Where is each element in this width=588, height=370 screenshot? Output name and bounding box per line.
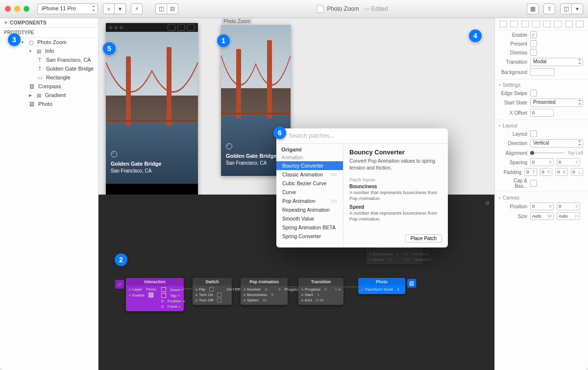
transition-select[interactable]: Modal [530, 58, 583, 66]
zoom-icon[interactable] [24, 6, 29, 12]
pad-l-input[interactable]: 0L [571, 168, 583, 176]
layer-row-info[interactable]: ▼▤Info [0, 47, 98, 55]
image-icon: 🖼 [28, 101, 35, 107]
add-dropdown[interactable]: ▾ [114, 3, 126, 14]
record-icon[interactable] [177, 24, 185, 31]
alignment-tools[interactable] [495, 18, 588, 30]
insp-layout-header[interactable]: Layout [503, 123, 517, 128]
patch-item[interactable]: Repeating Animation [276, 205, 343, 214]
alignment-slider[interactable] [530, 149, 564, 156]
patch-pop-animation[interactable]: Pop Animation Number 0 Bounciness 5 Spee… [241, 278, 288, 305]
patch-transition[interactable]: Transition Progress 0 Start 1 End 0.38 1 [298, 278, 343, 305]
patch-item[interactable]: Smooth Value [276, 214, 343, 223]
view-mode-button[interactable]: ◫ [560, 3, 572, 14]
patch-item[interactable]: Bouncy Converter [276, 161, 343, 170]
insp-position-label: Position [500, 204, 527, 209]
window-traffic-lights[interactable] [5, 6, 29, 12]
panel-bottom-toggle[interactable]: ⊟ [167, 3, 178, 14]
patch-subgroup-animation: Animation [276, 153, 343, 161]
distribute-h-icon[interactable] [565, 21, 573, 27]
insp-padding-label: Padding [500, 170, 521, 175]
align-right-icon[interactable] [521, 21, 529, 27]
patch-group-origami[interactable]: Origami [276, 144, 343, 153]
layer-row-gradient[interactable]: ▶▤Gradient [0, 91, 98, 99]
inspector-panel: Enable✓ Present◦ Dismiss◦ TransitionModa… [494, 18, 588, 370]
pos-y-input[interactable]: 0Y [557, 202, 580, 210]
insp-settings-header[interactable]: Settings [503, 82, 520, 88]
layer-row-compass[interactable]: 🖼Compass [0, 82, 98, 91]
document-icon [317, 5, 324, 13]
layer-row-rect[interactable]: ▭Rectangle [0, 73, 98, 82]
pad-t-input[interactable]: 0T [524, 168, 537, 176]
share-button[interactable]: ⇪ [543, 3, 555, 14]
align-top-icon[interactable] [532, 21, 540, 27]
patch-switch[interactable]: Switch Flip Turn On Turn Off On / Off [193, 278, 232, 305]
align-left-icon[interactable] [499, 21, 507, 27]
size-h-input[interactable]: AutoH [557, 212, 580, 220]
checkmark-icon [111, 151, 117, 157]
insp-capbas-label: Cap & Bas... [500, 178, 527, 189]
grid-view-button[interactable]: ▦ [527, 3, 539, 14]
artboard-icon: ▢ [27, 39, 34, 45]
size-w-input[interactable]: AutoW [530, 212, 554, 220]
xoffset-input[interactable]: 0 [530, 109, 554, 117]
patch-category-list[interactable]: Origami Animation Bouncy ConverterClassi… [276, 144, 343, 247]
device-preview[interactable]: Golden Gate BridgeSan Francisco, CA Gold… [106, 23, 198, 195]
insp-transition-label: Transition [500, 59, 527, 65]
distribute-v-icon[interactable] [576, 21, 584, 27]
insp-startstate-label: Start State [500, 100, 527, 105]
components-header[interactable]: ▼COMPONENTS [0, 18, 98, 27]
align-vcenter-icon[interactable] [543, 21, 551, 27]
search-icon[interactable]: ⌕ [486, 198, 490, 206]
device-selector[interactable]: iPhone 11 Pro [37, 3, 98, 14]
callout-badge-4: 4 [469, 29, 482, 42]
patch-item[interactable]: Spring Converter [276, 232, 343, 241]
pad-r-input[interactable]: 0R [540, 168, 552, 176]
callout-badge-3: 3 [8, 33, 21, 46]
artboard-label[interactable]: Photo Zoom [221, 18, 252, 25]
startstate-select[interactable]: Presented [530, 99, 583, 107]
insp-dismiss-label: Dismiss [500, 50, 527, 55]
interaction-icon: ☞ [115, 280, 124, 289]
align-hcenter-icon[interactable] [510, 21, 518, 27]
patch-item[interactable]: Classic Animation⌥C [276, 170, 343, 179]
place-patch-button[interactable]: Place Patch [405, 234, 442, 243]
lightning-button[interactable]: ⚡︎ [131, 3, 143, 14]
pad-b-input[interactable]: 0B [555, 168, 567, 176]
direction-select[interactable]: Vertical [530, 139, 583, 148]
panel-left-toggle[interactable]: ◫ [155, 3, 167, 14]
edgeswipe-checkbox[interactable] [530, 90, 537, 97]
patch-detail-desc: Convert Pop Animation values to spring t… [349, 158, 442, 171]
patch-search-input[interactable] [288, 132, 443, 140]
spacing-y-input[interactable]: 0Y [557, 158, 580, 166]
capbas-checkbox[interactable] [530, 180, 537, 187]
close-icon[interactable] [5, 6, 11, 12]
minimize-icon[interactable] [14, 6, 20, 12]
patch-item[interactable]: Pop Animation⌥A [276, 197, 343, 205]
doc-title: Photo Zoom [327, 5, 359, 12]
patch-item[interactable]: Spring Animation BETA [276, 223, 343, 232]
layer-row-sf[interactable]: TSan Francisco, CA [0, 55, 98, 64]
restart-icon[interactable] [168, 24, 175, 31]
patch-photo[interactable]: 🖼 Photo Transform Scale 1 [358, 278, 405, 294]
dismiss-pulse[interactable]: ◦ [530, 49, 537, 56]
group-icon: ▤ [35, 48, 42, 54]
align-bottom-icon[interactable] [554, 21, 562, 27]
gear-icon[interactable] [187, 24, 195, 31]
rect-icon: ▭ [36, 74, 43, 80]
layer-row-ggb[interactable]: TGolden Gate Bridge [0, 64, 98, 73]
add-button[interactable]: ＋ [103, 3, 115, 14]
view-mode-dropdown[interactable]: ▾ [571, 3, 583, 14]
patch-item[interactable]: Curve [276, 188, 343, 197]
background-swatch[interactable] [530, 68, 555, 76]
spacing-x-input[interactable]: 0X [530, 158, 554, 166]
patch-item[interactable]: Cubic Bezier Curve [276, 179, 343, 188]
present-pulse[interactable]: ◦ [530, 40, 537, 47]
insp-present-label: Present [500, 41, 527, 47]
pos-x-input[interactable]: 0X [530, 202, 554, 210]
layout-checkbox[interactable] [530, 130, 537, 137]
enable-checkbox[interactable]: ✓ [530, 31, 537, 38]
insp-canvas-header[interactable]: Canvas [503, 195, 519, 200]
layer-row-photo[interactable]: 🖼Photo [0, 99, 98, 108]
patch-interaction[interactable]: ☞ Interaction Layer Photo Enable Down Ta… [126, 278, 184, 311]
